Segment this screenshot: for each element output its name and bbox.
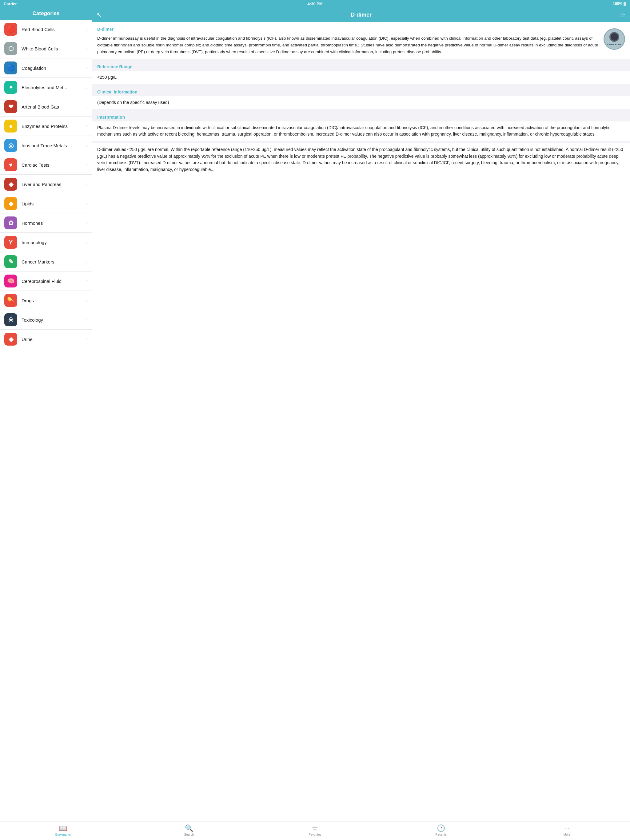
tab-favorites[interactable]: ☆ Favorites (252, 823, 378, 838)
sidebar-label-cancer-markers: Cancer Markers (22, 259, 86, 264)
sidebar-label-immunology: Immunology (22, 240, 86, 245)
status-time: 4:30 PM (307, 2, 322, 6)
back-icon[interactable]: ↖ (97, 11, 108, 19)
sidebar-icon-arterial-blood-gas: ❤ (4, 100, 17, 113)
tab-label-recents: Recents (435, 833, 446, 836)
chevron-icon-cardiac-tests: › (86, 163, 88, 167)
main-description-section: D-dimer D-dimer immunoassay is useful in… (92, 22, 630, 59)
tab-bar: 📖 Bookmarks 🔍 Search ☆ Favorites 🕐 Recen… (0, 821, 630, 840)
star-icon[interactable]: ☆ (615, 11, 626, 19)
carrier-label: Carrier (4, 2, 17, 6)
sidebar-label-toxicology: Toxicology (22, 317, 86, 322)
interpretation-2: D-dimer values ≤250 μg/L are normal. Wit… (92, 143, 630, 176)
tab-label-favorites: Favorites (309, 833, 321, 836)
sidebar-label-enzymes-proteins: Enzymes and Proteins (22, 123, 86, 129)
sidebar-item-liver-pancreas[interactable]: ◆ Liver and Pancreas › (0, 175, 92, 194)
divider-1 (92, 59, 630, 61)
tab-label-search: Search (184, 833, 194, 836)
sidebar-item-cancer-markers[interactable]: ✎ Cancer Markers › (0, 252, 92, 272)
sidebar-icon-lipids: ◆ (4, 197, 17, 210)
chevron-icon-urine: › (86, 337, 88, 342)
interpretation-value: Plasma D-dimer levels may be increased i… (92, 122, 630, 141)
chevron-icon-coagulation: › (86, 65, 88, 70)
chevron-icon-hormones: › (86, 221, 88, 225)
tab-search[interactable]: 🔍 Search (126, 823, 252, 838)
tab-label-more: More (564, 833, 571, 836)
chevron-icon-ions-trace-metals: › (86, 143, 88, 148)
divider-3 (92, 109, 630, 112)
chevron-icon-lipids: › (86, 201, 88, 206)
chevron-icon-immunology: › (86, 240, 88, 245)
sidebar-item-drugs[interactable]: 💊 Drugs › (0, 291, 92, 310)
sidebar-icon-cancer-markers: ✎ (4, 255, 17, 268)
divider-2 (92, 84, 630, 87)
tab-icon-more: ··· (564, 824, 570, 832)
sidebar-icon-drugs: 💊 (4, 294, 17, 307)
reference-range-value: <250 μg/L (92, 71, 630, 84)
tab-items-container: 📖 Bookmarks 🔍 Search ☆ Favorites 🕐 Recen… (0, 823, 630, 838)
tab-label-bookmarks: Bookmarks (55, 833, 71, 836)
sidebar-item-arterial-blood-gas[interactable]: ❤ Arterial Blood Gas › (0, 97, 92, 117)
sidebar-item-electrolytes[interactable]: ✦ Electrolytes and Met... › (0, 78, 92, 97)
sidebar-item-hormones[interactable]: ✿ Hormones › (0, 213, 92, 233)
chevron-icon-enzymes-proteins: › (86, 123, 88, 128)
chevron-icon-cerebrospinal-fluid: › (86, 279, 88, 284)
sidebar-item-red-blood-cells[interactable]: 🔴 Red Blood Cells › (0, 20, 92, 39)
chevron-icon-white-blood-cells: › (86, 46, 88, 51)
tab-more[interactable]: ··· More (504, 823, 630, 838)
sidebar-label-coagulation: Coagulation (22, 65, 86, 71)
sidebar-icon-immunology: Y (4, 236, 17, 249)
reference-range-label: Reference Range (92, 61, 630, 71)
sidebar-item-toxicology[interactable]: ☠ Toxicology › (0, 310, 92, 330)
clinical-info-label: Clinical Information (92, 87, 630, 96)
sidebar-item-coagulation[interactable]: 🔵 Coagulation › (0, 58, 92, 78)
tab-icon-favorites: ☆ (312, 824, 318, 832)
sidebar-label-drugs: Drugs (22, 298, 86, 303)
sidebar-item-cerebrospinal-fluid[interactable]: 🧠 Cerebrospinal Fluid › (0, 272, 92, 291)
camera-lens (609, 32, 619, 42)
sidebar-header: Categories (0, 7, 92, 20)
tab-icon-bookmarks: 📖 (59, 824, 67, 832)
chevron-icon-arterial-blood-gas: › (86, 104, 88, 109)
sidebar-label-ions-trace-metals: Ions and Trace Metals (22, 143, 86, 148)
sidebar-label-lipids: Lipids (22, 201, 86, 206)
sidebar-item-lipids[interactable]: ◆ Lipids › (0, 194, 92, 213)
sidebar-icon-toxicology: ☠ (4, 313, 17, 326)
content-header: ↖ D-dimer ☆ (92, 7, 630, 22)
sidebar-item-cardiac-tests[interactable]: ♥ Cardiac Tests › (0, 155, 92, 175)
chevron-icon-liver-pancreas: › (86, 182, 88, 186)
sidebar-items-container: 🔴 Red Blood Cells › ⬡ White Blood Cells … (0, 20, 92, 349)
sidebar-label-urine: Urine (22, 337, 86, 342)
main-layout: Categories 🔴 Red Blood Cells › ⬡ White B… (0, 7, 630, 821)
ddimer-label: D-dimer (97, 26, 600, 33)
sidebar-icon-cardiac-tests: ♥ (4, 158, 17, 171)
tab-recents[interactable]: 🕐 Recents (378, 823, 504, 838)
content-body: D-dimer D-dimer immunoassay is useful in… (92, 22, 630, 176)
chevron-icon-toxicology: › (86, 317, 88, 322)
sidebar-item-urine[interactable]: ◆ Urine › (0, 330, 92, 349)
sidebar-icon-ions-trace-metals: ◎ (4, 139, 17, 152)
interpretation-label: Interpretation (92, 112, 630, 122)
chevron-icon-cancer-markers: › (86, 259, 88, 264)
status-bar: Carrier 4:30 PM 100% ▓ (0, 0, 630, 7)
content-panel: ↖ D-dimer ☆ D-dimer D-dimer immunoassay … (92, 7, 630, 821)
camera-badge: LIGHT BLUE (603, 28, 625, 50)
sidebar-item-enzymes-proteins[interactable]: ● Enzymes and Proteins › (0, 117, 92, 136)
tab-bookmarks[interactable]: 📖 Bookmarks (0, 823, 126, 838)
divider-4 (92, 141, 630, 143)
sidebar-icon-hormones: ✿ (4, 216, 17, 229)
sidebar-label-white-blood-cells: White Blood Cells (22, 46, 86, 51)
chevron-icon-red-blood-cells: › (86, 27, 88, 32)
sidebar-icon-cerebrospinal-fluid: 🧠 (4, 275, 17, 287)
sidebar-label-red-blood-cells: Red Blood Cells (22, 27, 86, 32)
sidebar-label-cerebrospinal-fluid: Cerebrospinal Fluid (22, 279, 86, 284)
sidebar-item-white-blood-cells[interactable]: ⬡ White Blood Cells › (0, 39, 92, 58)
sidebar-item-immunology[interactable]: Y Immunology › (0, 233, 92, 252)
sidebar-item-ions-trace-metals[interactable]: ◎ Ions and Trace Metals › (0, 136, 92, 155)
sidebar-label-liver-pancreas: Liver and Pancreas (22, 182, 86, 187)
sidebar-icon-electrolytes: ✦ (4, 81, 17, 94)
clinical-info-value: (Depends on the specific assay used) (92, 96, 630, 109)
sidebar-icon-liver-pancreas: ◆ (4, 178, 17, 191)
ddimer-description: D-dimer immunoassay is useful in the dia… (97, 35, 600, 55)
tab-icon-search: 🔍 (185, 824, 193, 832)
